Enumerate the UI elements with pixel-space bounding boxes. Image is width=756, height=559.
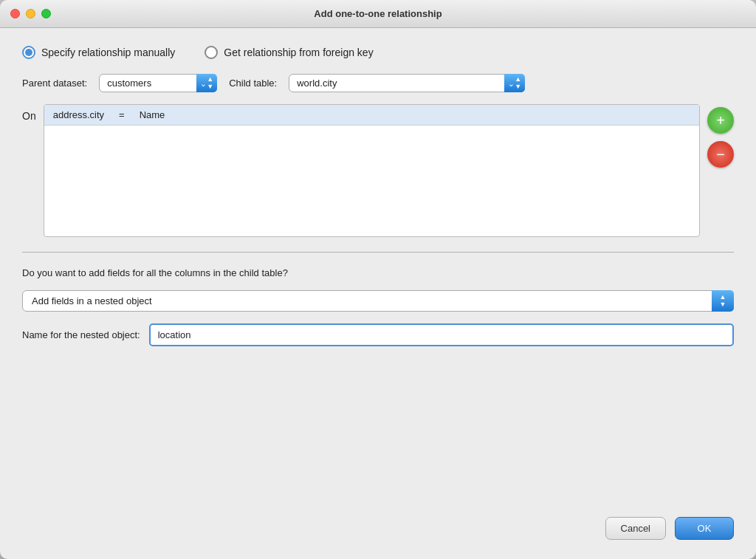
child-columns-question: Do you want to add fields for all the co… <box>22 267 734 278</box>
on-table: address.city = Name <box>44 104 700 237</box>
on-condition-row[interactable]: address.city = Name <box>44 105 699 126</box>
radio-row: Specify relationship manually Get relati… <box>22 43 734 62</box>
ok-button[interactable]: OK <box>675 517 734 540</box>
cancel-button[interactable]: Cancel <box>605 517 666 540</box>
nested-object-row: Name for the nested object: <box>22 323 734 346</box>
on-buttons <box>707 104 734 168</box>
maximize-button[interactable] <box>41 9 51 18</box>
nested-object-input[interactable] <box>149 323 734 346</box>
parent-dataset-select-wrapper: customers ▲ ▼ <box>99 74 217 92</box>
child-table-label: Child table: <box>229 78 277 89</box>
dataset-table-row: Parent dataset: customers ▲ ▼ Child tabl… <box>22 74 734 92</box>
window-title: Add one-to-one relationship <box>314 8 441 19</box>
add-condition-button[interactable] <box>707 107 734 134</box>
on-col3: Name <box>140 109 165 120</box>
radio-foreign-key[interactable]: Get relationship from foreign key <box>205 46 373 59</box>
parent-dataset-label: Parent dataset: <box>22 78 87 89</box>
section-divider <box>22 252 734 253</box>
radio-manual[interactable]: Specify relationship manually <box>22 46 175 59</box>
fields-select-wrapper: Add fields in a nested object Do not add… <box>22 290 734 312</box>
on-col1: address.city <box>53 109 104 120</box>
dialog-window: Add one-to-one relationship Specify rela… <box>0 0 756 559</box>
radio-manual-label: Specify relationship manually <box>41 47 175 58</box>
child-table-select[interactable]: world.city <box>289 74 525 92</box>
fields-select[interactable]: Add fields in a nested object Do not add… <box>22 290 734 312</box>
radio-foreign-key-label: Get relationship from foreign key <box>224 47 373 58</box>
on-col2: = <box>119 109 125 120</box>
child-table-select-wrapper: world.city ▲ ▼ <box>289 74 525 92</box>
on-label: On <box>22 104 36 122</box>
titlebar: Add one-to-one relationship <box>0 0 756 28</box>
radio-foreign-key-circle[interactable] <box>205 46 218 59</box>
dialog-button-row: Cancel OK <box>22 510 734 544</box>
nested-object-label: Name for the nested object: <box>22 329 140 340</box>
parent-dataset-select[interactable]: customers <box>99 74 217 92</box>
dialog-content: Specify relationship manually Get relati… <box>0 28 756 559</box>
traffic-lights <box>10 9 51 18</box>
on-section: On address.city = Name <box>22 104 734 237</box>
close-button[interactable] <box>10 9 20 18</box>
minimize-button[interactable] <box>26 9 35 18</box>
remove-condition-button[interactable] <box>707 141 734 168</box>
radio-manual-circle[interactable] <box>22 46 35 59</box>
on-table-body <box>44 126 699 229</box>
